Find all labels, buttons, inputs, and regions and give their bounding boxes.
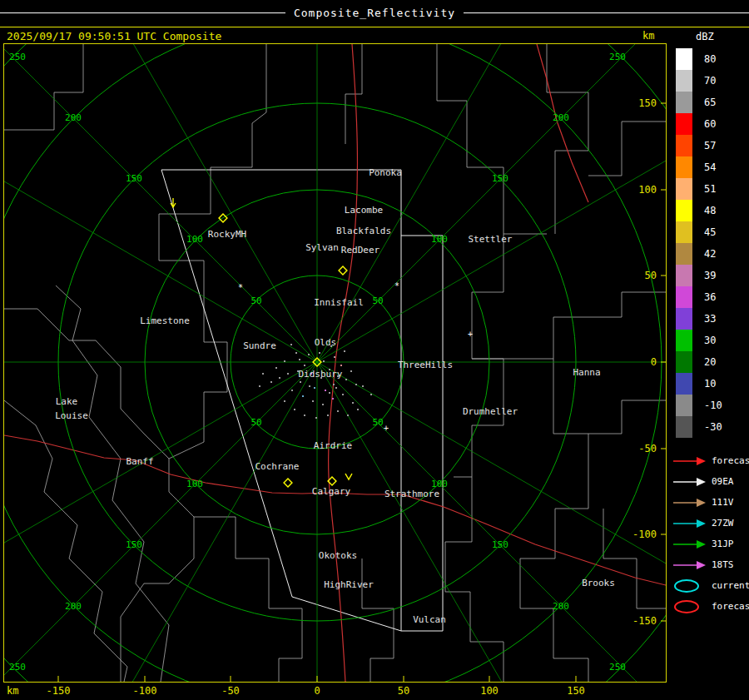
dbz-color-swatch <box>676 395 692 416</box>
radar-echo <box>334 356 335 358</box>
right-axis-label: 150 <box>638 97 657 109</box>
legend: forecast09EA111V27ZW31JP18TScurrentforec… <box>672 450 749 617</box>
azimuth-line <box>4 44 317 362</box>
dbz-scale-entry: 51 <box>676 178 722 200</box>
bottom-axis-label: 150 <box>567 685 585 697</box>
dbz-value-label: 51 <box>704 183 716 195</box>
radar-echo <box>357 409 359 410</box>
dbz-color-swatch <box>676 221 692 243</box>
radar-echo <box>309 385 310 387</box>
radar-echo <box>327 415 329 416</box>
legend-item: 31JP <box>672 534 749 554</box>
dbz-scale-entry: 80 <box>676 48 722 70</box>
dbz-value-label: 42 <box>704 248 716 260</box>
range-label: 50 <box>372 417 383 428</box>
county-boundary <box>547 44 588 234</box>
dbz-color-swatch <box>676 178 692 200</box>
legend-label: 18TS <box>712 559 734 570</box>
dbz-value-label: 48 <box>704 205 716 216</box>
dbz-color-swatch <box>676 286 692 308</box>
radar-echo <box>302 395 304 397</box>
city-label: Sundre <box>243 340 276 351</box>
radar-echo <box>312 400 314 402</box>
legend-label: current <box>712 580 749 591</box>
radar-echo <box>284 360 285 362</box>
city-label: Vulcan <box>413 614 446 625</box>
city-label: Innisfail <box>314 297 364 308</box>
radar-echo <box>315 417 317 419</box>
legend-item: forecast <box>672 596 749 617</box>
obs-mark: * <box>394 281 399 290</box>
obs-mark: + <box>384 424 389 433</box>
radar-echo <box>299 359 300 360</box>
legend-item: 09EA <box>672 471 749 492</box>
radar-echo <box>355 384 357 385</box>
dbz-color-swatch <box>676 200 692 221</box>
county-boundary <box>345 44 362 144</box>
legend-arrow-icon <box>672 558 707 573</box>
bottom-axis-label: 50 <box>398 685 409 697</box>
radar-echo <box>344 350 345 352</box>
dbz-value-label: 54 <box>704 161 716 173</box>
radar-echo <box>350 370 352 372</box>
legend-item: 27ZW <box>672 513 749 534</box>
range-label: 100 <box>431 234 448 245</box>
azimuth-line <box>317 44 666 362</box>
scale-title: dBZ <box>696 31 714 42</box>
radar-echo <box>287 373 289 375</box>
county-boundary <box>159 214 204 294</box>
city-label: Strathmore <box>384 489 439 499</box>
legend-label: 111V <box>712 497 734 508</box>
dbz-scale-entry: -30 <box>676 416 722 438</box>
azimuth-line <box>317 44 666 362</box>
city-label: RockyMH <box>208 229 246 240</box>
dbz-color-scale: 80706560575451484542393633302010-10-30 <box>676 48 722 438</box>
radar-echo <box>342 394 344 395</box>
radar-echo <box>345 379 347 380</box>
status-bar: 2025/09/17 09:50:51 UTC Composite km <box>0 27 749 43</box>
dbz-value-label: 39 <box>704 270 716 281</box>
range-label: 200 <box>553 112 569 123</box>
radar-echo <box>362 385 364 387</box>
legend-arrow-icon <box>672 454 707 469</box>
range-label: 100 <box>186 479 203 489</box>
radar-echo <box>308 354 310 355</box>
dbz-color-swatch <box>676 48 692 70</box>
range-label: 150 <box>126 539 142 550</box>
bottom-axis-label: 100 <box>480 685 499 697</box>
right-axis-unit-label: km <box>642 30 654 42</box>
city-label: Limestone <box>140 315 190 326</box>
city-label: Calgary <box>312 486 351 497</box>
county-boundary <box>445 477 503 682</box>
dbz-scale-entry: -10 <box>676 395 722 416</box>
check-marker <box>345 474 352 479</box>
dbz-value-label: 80 <box>704 53 716 65</box>
city-label: Cochrane <box>255 461 300 472</box>
city-label: Blackfalds <box>336 226 391 236</box>
city-label: Lacombe <box>345 205 383 216</box>
legend-ellipse-icon <box>672 599 707 614</box>
dbz-scale-entry: 45 <box>676 221 722 243</box>
dbz-value-label: 60 <box>704 118 716 130</box>
county-boundary <box>588 400 666 434</box>
dbz-color-swatch <box>676 373 692 395</box>
dbz-color-swatch <box>676 351 692 373</box>
dbz-value-label: 70 <box>704 75 716 87</box>
radar-echo <box>294 409 295 410</box>
radar-echo <box>262 373 264 375</box>
range-label: 50 <box>250 295 261 306</box>
radar-map: 5010015020025050100150200250501001502002… <box>4 44 666 682</box>
station-diamond-marker <box>284 479 292 487</box>
obs-mark: * <box>238 283 243 292</box>
bottom-axis-label: -150 <box>47 685 71 697</box>
city-label: Drumheller <box>463 406 518 417</box>
radar-echo <box>279 377 280 379</box>
dbz-value-label: 36 <box>704 291 716 303</box>
dbz-scale-entry: 42 <box>676 243 722 265</box>
city-label: Didsbury <box>299 369 343 380</box>
dbz-color-swatch <box>676 135 692 156</box>
right-axis-label: 50 <box>645 270 657 281</box>
city-label: Olds <box>315 337 337 348</box>
county-boundary <box>194 517 302 682</box>
city-label: Sylvan <box>305 242 339 253</box>
